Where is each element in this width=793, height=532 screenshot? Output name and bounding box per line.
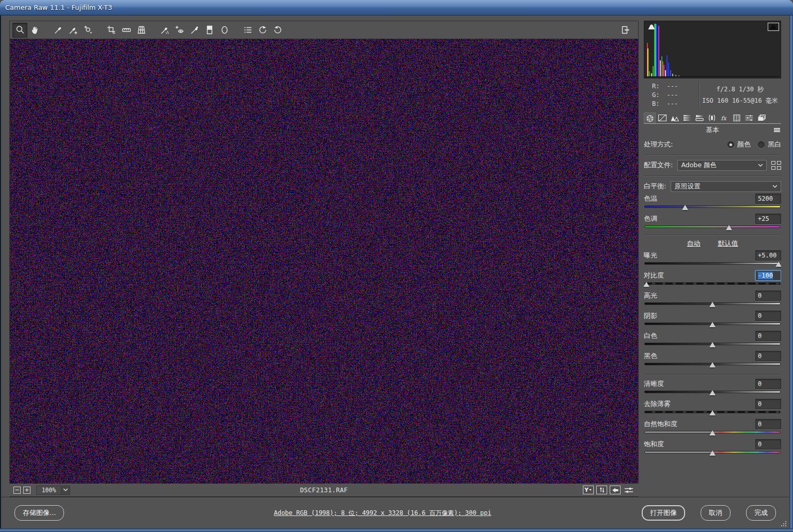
- photo-preview[interactable]: [9, 39, 639, 483]
- slider-value-field[interactable]: 0: [755, 331, 781, 341]
- slider-value-field[interactable]: 5200: [755, 194, 781, 204]
- treatment-color-radio[interactable]: 颜色: [727, 140, 751, 149]
- graduated-filter-tool-icon[interactable]: [202, 23, 217, 38]
- profile-select[interactable]: Adobe 颜色: [677, 160, 767, 171]
- preview-settings-icon[interactable]: [623, 486, 635, 494]
- treatment-bw-radio[interactable]: 黑白: [758, 140, 781, 149]
- slider-label: 高光: [644, 291, 657, 300]
- footer-bar: 存储图像... Adobe RGB (1998); 8 位; 4992 x 33…: [1, 497, 789, 528]
- tab-camera-calibration[interactable]: [731, 112, 742, 123]
- zoom-level-select[interactable]: 100%: [36, 486, 70, 495]
- rotate-right-icon[interactable]: [270, 23, 285, 38]
- slider-thumb[interactable]: [709, 450, 716, 456]
- swap-before-after-button[interactable]: [596, 486, 607, 494]
- slider-track[interactable]: [644, 449, 781, 456]
- slider-track[interactable]: [644, 224, 781, 231]
- slider-value-field[interactable]: 0: [755, 291, 781, 301]
- crop-tool-icon[interactable]: [104, 23, 119, 38]
- before-after-label: Y: [584, 487, 589, 493]
- tab-basic[interactable]: [644, 112, 656, 123]
- adjustment-brush-tool-icon[interactable]: [187, 23, 202, 38]
- profile-row: 配置文件: Adobe 颜色: [644, 158, 781, 172]
- slider-track[interactable]: [644, 281, 781, 287]
- slider-thumb[interactable]: [644, 282, 649, 287]
- slider-track[interactable]: [644, 409, 781, 416]
- slider-thumb[interactable]: [709, 322, 716, 327]
- slider-thumb[interactable]: [709, 362, 716, 367]
- slider-value-field[interactable]: 0: [755, 419, 781, 429]
- preferences-icon[interactable]: [240, 23, 255, 38]
- slider-track[interactable]: [644, 204, 781, 211]
- red-eye-tool-icon[interactable]: [172, 23, 187, 38]
- slider-track[interactable]: [644, 429, 781, 436]
- tab-detail[interactable]: [669, 112, 680, 123]
- before-after-view-button[interactable]: Y: [583, 486, 594, 494]
- default-link[interactable]: 默认值: [718, 239, 738, 248]
- white-balance-tool-icon[interactable]: [51, 23, 66, 38]
- straighten-tool-icon[interactable]: [119, 23, 134, 38]
- slider-track[interactable]: [644, 261, 781, 267]
- resize-grip[interactable]: [781, 521, 787, 526]
- slider-thumb[interactable]: [775, 262, 781, 267]
- white-balance-select[interactable]: 原照设置: [671, 181, 781, 192]
- panel-menu-icon[interactable]: [774, 128, 780, 132]
- open-image-button[interactable]: 打开图像: [642, 505, 685, 521]
- slider-thumb[interactable]: [682, 205, 688, 210]
- slider-track[interactable]: [644, 361, 781, 368]
- auto-link[interactable]: 自动: [687, 239, 701, 248]
- cancel-button[interactable]: 取消: [701, 505, 731, 521]
- slider-thumb[interactable]: [709, 342, 716, 347]
- slider-value-field[interactable]: 0: [755, 399, 781, 409]
- spot-removal-tool-icon[interactable]: [157, 23, 172, 38]
- tab-lens-corrections[interactable]: [706, 112, 718, 123]
- slider-thumb[interactable]: [726, 225, 732, 230]
- slider-value-field[interactable]: 0: [755, 351, 781, 361]
- tab-hsl[interactable]: [681, 112, 693, 123]
- toggle-fullscreen-icon[interactable]: [617, 23, 632, 38]
- tab-presets[interactable]: [743, 112, 755, 123]
- slider-track[interactable]: [644, 321, 781, 328]
- slider-label: 色调: [644, 214, 657, 223]
- slider-track[interactable]: [644, 389, 781, 396]
- slider-value-field[interactable]: -100: [755, 270, 781, 281]
- tab-tone-curve[interactable]: [656, 112, 668, 123]
- slider-thumb[interactable]: [709, 302, 716, 307]
- tab-effects[interactable]: fx: [718, 112, 730, 123]
- slider-thumb[interactable]: [709, 390, 716, 395]
- slider-thumb[interactable]: [709, 430, 716, 436]
- slider-value-field[interactable]: +25: [755, 214, 781, 224]
- slider-value-field[interactable]: +5.00: [755, 250, 781, 261]
- tab-snapshots[interactable]: [755, 112, 767, 123]
- transform-tool-icon[interactable]: [134, 23, 149, 38]
- shadow-clipping-icon[interactable]: [646, 23, 657, 31]
- saturation-slider: 饱和度 0: [644, 439, 781, 456]
- color-sampler-tool-icon[interactable]: [66, 23, 81, 38]
- zoom-tool-icon[interactable]: [12, 23, 27, 38]
- slider-value-field[interactable]: 0: [755, 311, 781, 321]
- slider-value-field[interactable]: 0: [755, 439, 781, 449]
- radial-filter-tool-icon[interactable]: [217, 23, 232, 38]
- tint-slider: 色调 +25: [644, 213, 781, 231]
- slider-track[interactable]: [644, 341, 781, 348]
- highlight-clipping-icon[interactable]: [768, 23, 779, 31]
- done-button[interactable]: 完成: [746, 505, 776, 521]
- workflow-options-link[interactable]: Adobe RGB (1998); 8 位; 4992 x 3328 (16.6…: [274, 509, 491, 518]
- clarity-slider: 清晰度 0: [644, 378, 781, 396]
- panel-header: 基本: [644, 125, 781, 135]
- save-image-button[interactable]: 存储图像...: [14, 505, 64, 521]
- targeted-adjustment-tool-icon[interactable]: [81, 23, 96, 38]
- histogram: [644, 21, 781, 78]
- titlebar[interactable]: Camera Raw 11.1 - Fujifilm X-T3: [0, 0, 793, 15]
- zoom-in-button[interactable]: +: [23, 487, 30, 494]
- slider-track[interactable]: [644, 301, 781, 308]
- copy-settings-button[interactable]: [610, 486, 621, 494]
- slider-thumb[interactable]: [709, 410, 716, 415]
- hand-tool-icon[interactable]: [27, 23, 42, 38]
- rotate-left-icon[interactable]: [255, 23, 270, 38]
- treatment-color-label: 颜色: [737, 140, 751, 149]
- slider-value-field[interactable]: 0: [755, 379, 781, 389]
- zoom-out-button[interactable]: −: [13, 487, 21, 494]
- profile-browser-icon[interactable]: [771, 161, 781, 170]
- tab-split-toning[interactable]: [693, 112, 705, 123]
- shadows-slider: 阴影 0: [644, 310, 781, 328]
